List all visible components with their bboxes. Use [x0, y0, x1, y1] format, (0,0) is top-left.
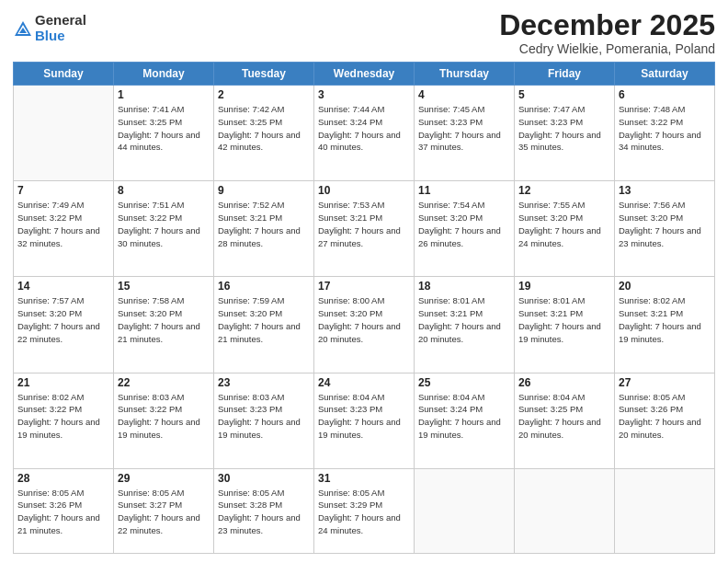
- day-info: Sunrise: 7:52 AMSunset: 3:21 PMDaylight:…: [218, 199, 310, 249]
- day-number: 27: [619, 376, 711, 389]
- week-row-2: 7Sunrise: 7:49 AMSunset: 3:22 PMDaylight…: [14, 181, 715, 277]
- logo-blue-text: Blue: [35, 29, 86, 44]
- calendar-cell: 25Sunrise: 8:04 AMSunset: 3:24 PMDayligh…: [415, 373, 515, 468]
- day-info: Sunrise: 7:49 AMSunset: 3:22 PMDaylight:…: [17, 199, 109, 249]
- calendar-cell: 12Sunrise: 7:55 AMSunset: 3:20 PMDayligh…: [515, 181, 615, 277]
- calendar-cell: [615, 468, 715, 553]
- day-info: Sunrise: 8:05 AMSunset: 3:29 PMDaylight:…: [318, 487, 410, 537]
- day-info: Sunrise: 8:03 AMSunset: 3:23 PMDaylight:…: [218, 391, 310, 442]
- weekday-header-thursday: Thursday: [415, 63, 515, 86]
- calendar-cell: 24Sunrise: 8:04 AMSunset: 3:23 PMDayligh…: [314, 373, 415, 468]
- day-number: 26: [518, 376, 610, 389]
- calendar-cell: 28Sunrise: 8:05 AMSunset: 3:26 PMDayligh…: [14, 468, 114, 553]
- day-number: 29: [118, 472, 210, 485]
- week-row-4: 21Sunrise: 8:02 AMSunset: 3:22 PMDayligh…: [14, 373, 715, 468]
- day-info: Sunrise: 7:45 AMSunset: 3:23 PMDaylight:…: [418, 103, 510, 154]
- calendar-cell: 4Sunrise: 7:45 AMSunset: 3:23 PMDaylight…: [415, 86, 515, 181]
- day-info: Sunrise: 8:00 AMSunset: 3:20 PMDaylight:…: [318, 294, 410, 345]
- day-number: 30: [218, 472, 310, 485]
- day-info: Sunrise: 7:57 AMSunset: 3:20 PMDaylight:…: [17, 294, 109, 345]
- logo-general-text: General: [35, 13, 86, 29]
- calendar-cell: 15Sunrise: 7:58 AMSunset: 3:20 PMDayligh…: [114, 277, 214, 373]
- day-number: 13: [619, 184, 711, 197]
- day-number: 1: [118, 88, 210, 101]
- day-number: 15: [118, 280, 210, 293]
- day-info: Sunrise: 8:01 AMSunset: 3:21 PMDaylight:…: [418, 294, 510, 345]
- weekday-header-saturday: Saturday: [615, 63, 715, 86]
- calendar-cell: 13Sunrise: 7:56 AMSunset: 3:20 PMDayligh…: [615, 181, 715, 277]
- day-info: Sunrise: 7:48 AMSunset: 3:22 PMDaylight:…: [619, 103, 711, 154]
- calendar-cell: [14, 86, 114, 181]
- day-number: 17: [318, 280, 410, 293]
- day-number: 3: [318, 88, 410, 101]
- calendar-cell: 16Sunrise: 7:59 AMSunset: 3:20 PMDayligh…: [214, 277, 314, 373]
- day-info: Sunrise: 7:58 AMSunset: 3:20 PMDaylight:…: [118, 294, 210, 345]
- calendar-cell: 31Sunrise: 8:05 AMSunset: 3:29 PMDayligh…: [314, 468, 415, 553]
- day-number: 11: [418, 184, 510, 197]
- day-info: Sunrise: 8:05 AMSunset: 3:28 PMDaylight:…: [218, 487, 310, 537]
- calendar-cell: 14Sunrise: 7:57 AMSunset: 3:20 PMDayligh…: [14, 277, 114, 373]
- calendar-cell: [415, 468, 515, 553]
- calendar-cell: 6Sunrise: 7:48 AMSunset: 3:22 PMDaylight…: [615, 86, 715, 181]
- location-title: Cedry Wielkie, Pomerania, Poland: [499, 41, 715, 56]
- calendar-cell: 9Sunrise: 7:52 AMSunset: 3:21 PMDaylight…: [214, 181, 314, 277]
- day-number: 6: [619, 88, 711, 101]
- header: General Blue December 2025 Cedry Wielkie…: [13, 9, 715, 56]
- calendar-table: SundayMondayTuesdayWednesdayThursdayFrid…: [13, 62, 715, 554]
- calendar-cell: 29Sunrise: 8:05 AMSunset: 3:27 PMDayligh…: [114, 468, 214, 553]
- week-row-1: 1Sunrise: 7:41 AMSunset: 3:25 PMDaylight…: [14, 86, 715, 181]
- day-number: 23: [218, 376, 310, 389]
- day-number: 14: [17, 280, 109, 293]
- day-number: 7: [17, 184, 109, 197]
- logo: General Blue: [13, 13, 86, 43]
- day-info: Sunrise: 7:56 AMSunset: 3:20 PMDaylight:…: [619, 199, 711, 249]
- day-number: 4: [418, 88, 510, 101]
- day-info: Sunrise: 7:41 AMSunset: 3:25 PMDaylight:…: [118, 103, 210, 154]
- calendar-cell: 5Sunrise: 7:47 AMSunset: 3:23 PMDaylight…: [515, 86, 615, 181]
- weekday-header-sunday: Sunday: [14, 63, 114, 86]
- day-number: 5: [518, 88, 610, 101]
- day-number: 20: [619, 280, 711, 293]
- calendar-cell: 21Sunrise: 8:02 AMSunset: 3:22 PMDayligh…: [14, 373, 114, 468]
- day-info: Sunrise: 8:05 AMSunset: 3:26 PMDaylight:…: [17, 487, 109, 537]
- logo-text: General Blue: [35, 13, 86, 43]
- calendar-cell: 26Sunrise: 8:04 AMSunset: 3:25 PMDayligh…: [515, 373, 615, 468]
- day-number: 10: [318, 184, 410, 197]
- calendar-cell: 17Sunrise: 8:00 AMSunset: 3:20 PMDayligh…: [314, 277, 415, 373]
- day-number: 19: [518, 280, 610, 293]
- calendar-cell: 11Sunrise: 7:54 AMSunset: 3:20 PMDayligh…: [415, 181, 515, 277]
- day-info: Sunrise: 8:02 AMSunset: 3:22 PMDaylight:…: [17, 391, 109, 442]
- logo-icon: [13, 19, 33, 40]
- calendar-cell: 8Sunrise: 7:51 AMSunset: 3:22 PMDaylight…: [114, 181, 214, 277]
- day-info: Sunrise: 8:04 AMSunset: 3:25 PMDaylight:…: [518, 391, 610, 442]
- weekday-header-row: SundayMondayTuesdayWednesdayThursdayFrid…: [14, 63, 715, 86]
- calendar-cell: 19Sunrise: 8:01 AMSunset: 3:21 PMDayligh…: [515, 277, 615, 373]
- day-info: Sunrise: 7:44 AMSunset: 3:24 PMDaylight:…: [318, 103, 410, 154]
- calendar-cell: 20Sunrise: 8:02 AMSunset: 3:21 PMDayligh…: [615, 277, 715, 373]
- calendar-cell: 18Sunrise: 8:01 AMSunset: 3:21 PMDayligh…: [415, 277, 515, 373]
- calendar-cell: 22Sunrise: 8:03 AMSunset: 3:22 PMDayligh…: [114, 373, 214, 468]
- week-row-3: 14Sunrise: 7:57 AMSunset: 3:20 PMDayligh…: [14, 277, 715, 373]
- day-info: Sunrise: 7:59 AMSunset: 3:20 PMDaylight:…: [218, 294, 310, 345]
- weekday-header-tuesday: Tuesday: [214, 63, 314, 86]
- day-number: 31: [318, 472, 410, 485]
- day-info: Sunrise: 8:04 AMSunset: 3:24 PMDaylight:…: [418, 391, 510, 442]
- page: General Blue December 2025 Cedry Wielkie…: [0, 0, 728, 563]
- day-number: 9: [218, 184, 310, 197]
- day-number: 12: [518, 184, 610, 197]
- day-info: Sunrise: 8:01 AMSunset: 3:21 PMDaylight:…: [518, 294, 610, 345]
- calendar-cell: 7Sunrise: 7:49 AMSunset: 3:22 PMDaylight…: [14, 181, 114, 277]
- calendar-cell: 30Sunrise: 8:05 AMSunset: 3:28 PMDayligh…: [214, 468, 314, 553]
- month-title: December 2025: [499, 9, 715, 41]
- calendar-cell: 1Sunrise: 7:41 AMSunset: 3:25 PMDaylight…: [114, 86, 214, 181]
- week-row-5: 28Sunrise: 8:05 AMSunset: 3:26 PMDayligh…: [14, 468, 715, 553]
- day-number: 22: [118, 376, 210, 389]
- day-info: Sunrise: 8:04 AMSunset: 3:23 PMDaylight:…: [318, 391, 410, 442]
- weekday-header-monday: Monday: [114, 63, 214, 86]
- calendar-cell: 10Sunrise: 7:53 AMSunset: 3:21 PMDayligh…: [314, 181, 415, 277]
- calendar-cell: [515, 468, 615, 553]
- day-info: Sunrise: 7:54 AMSunset: 3:20 PMDaylight:…: [418, 199, 510, 249]
- day-info: Sunrise: 8:05 AMSunset: 3:26 PMDaylight:…: [619, 391, 711, 442]
- day-number: 18: [418, 280, 510, 293]
- day-number: 16: [218, 280, 310, 293]
